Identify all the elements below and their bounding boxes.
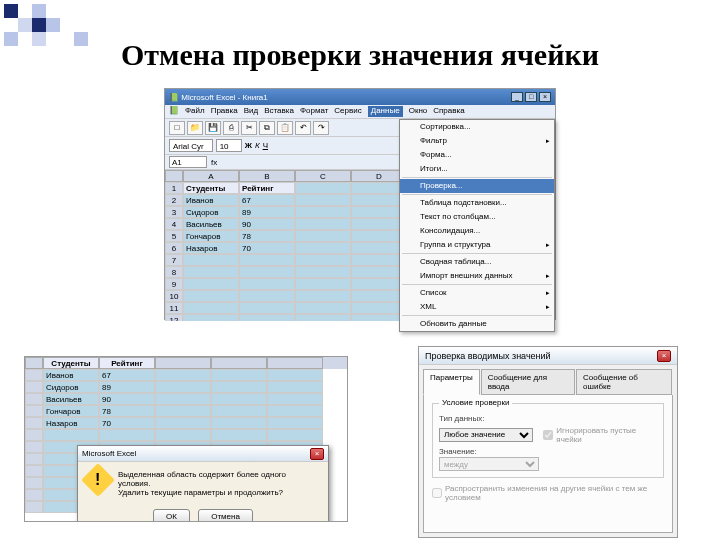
alert-title: Microsoft Excel — [82, 449, 136, 458]
tab-parameters[interactable]: Параметры — [423, 369, 480, 395]
menu-item[interactable]: Обновить данные — [400, 317, 554, 331]
menu-format[interactable]: Формат — [300, 106, 328, 117]
copy-icon[interactable]: ⧉ — [259, 121, 275, 135]
cut-icon[interactable]: ✂ — [241, 121, 257, 135]
confirm-dialog: Microsoft Excel× ! Выделенная область со… — [77, 445, 329, 521]
menu-item[interactable]: Группа и структура — [400, 238, 554, 252]
validation-dialog: Проверка вводимых значений× Параметры Со… — [418, 346, 678, 538]
excel-window: 📗 Microsoft Excel - Книга1 _□× 📗 Файл Пр… — [164, 88, 556, 320]
undo-icon[interactable]: ↶ — [295, 121, 311, 135]
menu-item[interactable]: Сводная таблица... — [400, 255, 554, 269]
page-title: Отмена проверки значения ячейки — [0, 0, 720, 86]
dialog-close-icon[interactable]: × — [657, 350, 671, 362]
new-icon[interactable]: □ — [169, 121, 185, 135]
menu-item[interactable]: Сортировка... — [400, 120, 554, 134]
value-label: Значение: — [439, 447, 657, 456]
menu-item[interactable]: Список — [400, 286, 554, 300]
ignore-checkbox[interactable]: Игнорировать пустые ячейки — [543, 426, 657, 444]
slide-decoration — [4, 4, 88, 46]
close-button[interactable]: × — [539, 92, 551, 102]
alert-cancel-button[interactable]: Отмена — [198, 509, 253, 521]
dialog-title: Проверка вводимых значений — [425, 351, 551, 361]
menu-item[interactable]: Импорт внешних данных — [400, 269, 554, 283]
font-selector[interactable]: Arial Cyr — [169, 139, 213, 152]
sheet-alert-panel: СтудентыРейтинг Иванов67 Сидоров89 Васил… — [24, 356, 348, 522]
menu-tools[interactable]: Сервис — [334, 106, 361, 117]
type-label: Тип данных: — [439, 414, 657, 423]
warning-icon: ! — [81, 463, 115, 497]
spread-checkbox[interactable]: Распространить изменения на другие ячейк… — [432, 484, 664, 502]
dialog-tabs: Параметры Сообщение для ввода Сообщение … — [419, 365, 677, 395]
print-icon[interactable]: ⎙ — [223, 121, 239, 135]
max-button[interactable]: □ — [525, 92, 537, 102]
bold-icon[interactable]: Ж — [245, 141, 252, 150]
menu-item[interactable]: XML — [400, 300, 554, 314]
name-box[interactable]: A1 — [169, 156, 207, 168]
alert-close-icon[interactable]: × — [310, 448, 324, 460]
min-button[interactable]: _ — [511, 92, 523, 102]
alert-text-2: Удалить текущие параметры и продолжить? — [118, 488, 320, 497]
open-icon[interactable]: 📁 — [187, 121, 203, 135]
menu-item[interactable]: Фильтр — [400, 134, 554, 148]
menu-window[interactable]: Окно — [409, 106, 428, 117]
menu-item[interactable]: Проверка... — [400, 179, 554, 193]
alert-text-1: Выделенная область содержит более одного… — [118, 470, 320, 488]
paste-icon[interactable]: 📋 — [277, 121, 293, 135]
menu-view[interactable]: Вид — [244, 106, 258, 117]
save-icon[interactable]: 💾 — [205, 121, 221, 135]
fontsize-selector[interactable]: 10 — [216, 139, 242, 152]
tab-input-msg[interactable]: Сообщение для ввода — [481, 369, 575, 395]
menu-item[interactable]: Форма... — [400, 148, 554, 162]
italic-icon[interactable]: К — [255, 141, 260, 150]
alert-ok-button[interactable]: ОК — [153, 509, 190, 521]
excel-titlebar: 📗 Microsoft Excel - Книга1 _□× — [165, 89, 555, 105]
menu-file[interactable]: Файл — [185, 106, 205, 117]
menu-bar: 📗 Файл Правка Вид Вставка Формат Сервис … — [165, 105, 555, 119]
menu-item[interactable]: Итоги... — [400, 162, 554, 176]
menu-edit[interactable]: Правка — [211, 106, 238, 117]
underline-icon[interactable]: Ч — [263, 141, 268, 150]
validation-group: Условие проверки Тип данных: Любое значе… — [432, 403, 664, 478]
data-menu-dropdown: Сортировка...ФильтрФорма...Итоги...Прове… — [399, 119, 555, 332]
menu-insert[interactable]: Вставка — [264, 106, 294, 117]
type-select[interactable]: Любое значение — [439, 428, 533, 442]
value-select: между — [439, 457, 539, 471]
menu-help[interactable]: Справка — [433, 106, 464, 117]
menu-item[interactable]: Текст по столбцам... — [400, 210, 554, 224]
menu-item[interactable]: Таблица подстановки... — [400, 196, 554, 210]
menu-data[interactable]: Данные — [368, 106, 403, 117]
tab-error-msg[interactable]: Сообщение об ошибке — [576, 369, 672, 395]
menu-item[interactable]: Консолидация... — [400, 224, 554, 238]
redo-icon[interactable]: ↷ — [313, 121, 329, 135]
